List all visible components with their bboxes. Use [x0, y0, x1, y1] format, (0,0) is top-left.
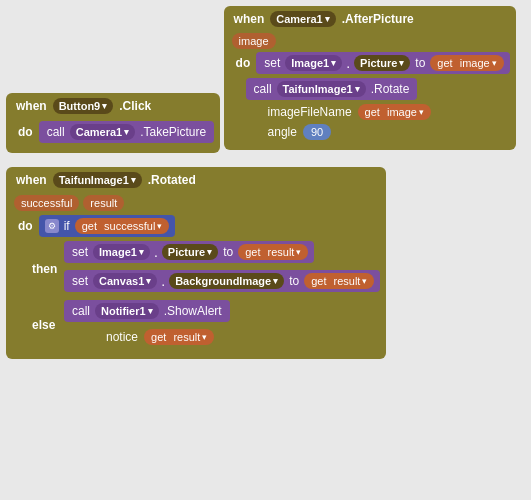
- block3-get-result2[interactable]: get result: [304, 273, 374, 289]
- block3-get-result1[interactable]: get result: [238, 244, 308, 260]
- block1-when: when Button9 .Click do call Camera1 .Tak…: [6, 93, 220, 153]
- block3-get-successful[interactable]: get successful: [75, 218, 170, 234]
- block1-trigger-component[interactable]: Button9: [53, 98, 114, 114]
- block3-when-label: when: [14, 172, 49, 188]
- block2-get-var2: image: [387, 106, 417, 118]
- block2-angle-value: 90: [303, 124, 331, 140]
- block3-get-label2: get: [245, 246, 260, 258]
- block3-if-block: ⚙ if get successful: [39, 215, 176, 237]
- block3-notice-label: notice: [104, 330, 140, 344]
- block3-when: when TaifunImage1 .Rotated successful re…: [6, 167, 386, 359]
- block3-do-label: do: [16, 218, 35, 234]
- block3-call-label: call: [70, 304, 92, 318]
- block2-when-label: when: [232, 11, 267, 27]
- block3-to-label2: to: [287, 274, 301, 288]
- block3-cog-icon: ⚙: [45, 219, 59, 233]
- block2-trigger-component[interactable]: Camera1: [270, 11, 335, 27]
- block2-get-image2[interactable]: get image: [358, 104, 431, 120]
- block3-param1: successful: [14, 195, 79, 211]
- block2-get-var: image: [460, 57, 490, 69]
- block2-get-label: get: [437, 57, 452, 69]
- block2-to-label: to: [413, 56, 427, 70]
- block2-call-method2: .Rotate: [369, 82, 412, 96]
- block2-call-block: call TaifunImage1 .Rotate: [246, 78, 418, 100]
- block2-angle-label: angle: [266, 125, 299, 139]
- block1-trigger-event: .Click: [117, 98, 153, 114]
- block3-else-label: else: [32, 318, 60, 332]
- block2-get-image[interactable]: get image: [430, 55, 503, 71]
- block2-when: when Camera1 .AfterPicture image do set …: [224, 6, 516, 150]
- block2-call-label: call: [252, 82, 274, 96]
- block3-call-method: .ShowAlert: [162, 304, 224, 318]
- block2-call-component2[interactable]: TaifunImage1: [277, 81, 366, 97]
- block1-do-label: do: [16, 124, 35, 140]
- block2-param: image: [232, 33, 276, 49]
- block2-do-label: do: [234, 55, 253, 71]
- block3-set-block1: set Image1 . Picture to get result: [64, 241, 314, 263]
- block2-set-prop[interactable]: Picture: [354, 55, 410, 71]
- block3-get-result3[interactable]: get result: [144, 329, 214, 345]
- block3-set-comp2[interactable]: Canvas1: [93, 273, 157, 289]
- block3-trigger-event: .Rotated: [146, 172, 198, 188]
- block1-when-label: when: [14, 98, 49, 114]
- block1-call-component[interactable]: Camera1: [70, 124, 135, 140]
- block3-then-label: then: [32, 262, 60, 276]
- block2-set-block: set Image1 . Picture to get image: [256, 52, 509, 74]
- block3-get-label4: get: [151, 331, 166, 343]
- block2-set-label: set: [262, 56, 282, 70]
- block2-trigger-event: .AfterPicture: [340, 11, 416, 27]
- block3-to-label1: to: [221, 245, 235, 259]
- block2-get-label2: get: [365, 106, 380, 118]
- block3-set-comp1[interactable]: Image1: [93, 244, 150, 260]
- block3-get-var2: result: [268, 246, 295, 258]
- block3-call-block: call Notifier1 .ShowAlert: [64, 300, 230, 322]
- block3-set-block2: set Canvas1 . BackgroundImage to get res…: [64, 270, 380, 292]
- block3-set-label1: set: [70, 245, 90, 259]
- block2-imageFileName-label: imageFileName: [266, 105, 354, 119]
- block3-set-prop1[interactable]: Picture: [162, 244, 218, 260]
- block3-set-label2: set: [70, 274, 90, 288]
- block3-if-label: if: [62, 219, 72, 233]
- block2-set-component[interactable]: Image1: [285, 55, 342, 71]
- block3-call-comp[interactable]: Notifier1: [95, 303, 159, 319]
- block1-call-label: call: [45, 125, 67, 139]
- block3-trigger-component[interactable]: TaifunImage1: [53, 172, 142, 188]
- block1-call-block: call Camera1 .TakePicture: [39, 121, 215, 143]
- block3-get-label: get: [82, 220, 97, 232]
- block3-get-var: successful: [104, 220, 155, 232]
- block3-get-var4: result: [173, 331, 200, 343]
- block1-call-method: .TakePicture: [138, 125, 208, 139]
- block3-get-var3: result: [334, 275, 361, 287]
- block3-get-label3: get: [311, 275, 326, 287]
- block3-set-prop2[interactable]: BackgroundImage: [169, 273, 284, 289]
- block3-param2: result: [83, 195, 124, 211]
